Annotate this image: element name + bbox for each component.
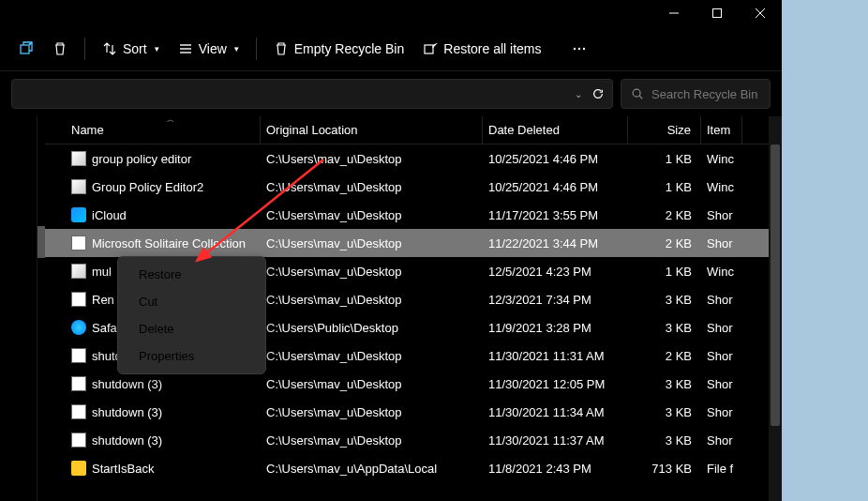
restore-all-button[interactable]: Restore all items	[415, 36, 548, 62]
menu-item-restore[interactable]: Restore	[122, 261, 262, 288]
close-button[interactable]	[739, 0, 782, 26]
toolbar: Sort ▾ View ▾ Empty Recycle Bin Restore …	[0, 26, 782, 71]
address-field[interactable]: ⌄	[11, 79, 613, 109]
table-row[interactable]: shutdown (3)C:\Users\mav_u\Desktop11/30/…	[45, 398, 782, 426]
file-icon	[71, 376, 86, 391]
column-headers: ︿ Name Original Location Date Deleted Si…	[45, 116, 782, 144]
more-button[interactable]	[564, 36, 594, 62]
cell-item: Shor	[701, 293, 742, 307]
cell-date: 11/30/2021 11:34 AM	[483, 405, 628, 419]
cell-date: 10/25/2021 4:46 PM	[483, 152, 628, 166]
cell-location: C:\Users\mav_u\Desktop	[261, 433, 483, 448]
cell-item: Winc	[701, 180, 742, 194]
sort-icon	[102, 41, 117, 56]
cell-name: iCloud	[66, 207, 261, 222]
cell-location: C:\Users\mav_u\Desktop	[261, 180, 483, 194]
svg-line-13	[639, 96, 642, 99]
cell-date: 11/17/2021 3:55 PM	[483, 208, 628, 222]
cell-name: shutdown (3)	[66, 404, 261, 419]
cell-date: 11/30/2021 12:05 PM	[483, 377, 628, 391]
column-header-location[interactable]: Original Location	[261, 116, 483, 144]
file-icon	[71, 151, 86, 166]
separator	[256, 38, 257, 60]
chevron-down-icon: ▾	[234, 44, 239, 53]
separator	[84, 38, 85, 60]
svg-point-12	[633, 89, 640, 97]
table-row[interactable]: group policy editorC:\Users\mav_u\Deskto…	[45, 144, 782, 173]
table-row[interactable]: Microsoft Solitaire CollectionC:\Users\m…	[45, 229, 782, 257]
file-name: mul	[92, 265, 112, 279]
file-name: Microsoft Solitaire Collection	[92, 236, 246, 250]
sort-button[interactable]: Sort ▾	[95, 36, 167, 62]
file-name: Group Policy Editor2	[92, 180, 203, 194]
cell-size: 1 KB	[628, 152, 701, 166]
menu-item-cut[interactable]: Cut	[122, 288, 262, 315]
scrollbar-thumb[interactable]	[771, 144, 780, 426]
maximize-button[interactable]	[696, 0, 739, 26]
column-header-name[interactable]: Name	[66, 116, 261, 144]
table-row[interactable]: Group Policy Editor2C:\Users\mav_u\Deskt…	[45, 173, 782, 201]
refresh-icon[interactable]	[591, 87, 605, 100]
cell-location: C:\Users\mav_u\Desktop	[261, 377, 483, 391]
column-header-date[interactable]: Date Deleted	[483, 116, 628, 144]
cell-name: shutdown (3)	[66, 376, 261, 391]
view-button[interactable]: View ▾	[171, 36, 247, 62]
minimize-button[interactable]	[652, 0, 696, 26]
cell-size: 2 KB	[628, 349, 701, 363]
chevron-down-icon[interactable]: ⌄	[575, 89, 582, 99]
svg-point-10	[577, 47, 579, 49]
titlebar	[0, 0, 782, 26]
sidebar	[0, 116, 37, 501]
cell-location: C:\Users\mav_u\Desktop	[261, 293, 483, 307]
file-icon	[71, 461, 86, 476]
search-placeholder: Search Recycle Bin	[651, 87, 757, 101]
cell-item: Shor	[701, 433, 742, 448]
cell-date: 11/30/2021 11:31 AM	[483, 349, 628, 363]
cell-date: 11/8/2021 2:43 PM	[483, 462, 628, 476]
file-icon	[71, 320, 86, 335]
file-name: iCloud	[92, 208, 127, 222]
share-button[interactable]	[11, 36, 41, 62]
cell-date: 12/5/2021 4:23 PM	[483, 265, 628, 279]
cell-item: Shor	[701, 349, 742, 363]
cell-name: Group Policy Editor2	[66, 179, 261, 194]
vertical-scrollbar[interactable]	[769, 116, 782, 501]
ellipsis-icon	[572, 41, 587, 56]
view-label: View	[199, 41, 227, 56]
cell-size: 3 KB	[628, 405, 701, 419]
scrollbar-thumb[interactable]	[37, 226, 45, 258]
explorer-window: Sort ▾ View ▾ Empty Recycle Bin Restore …	[0, 0, 782, 501]
file-name: shutdown (3)	[92, 377, 162, 391]
sort-label: Sort	[123, 41, 147, 56]
delete-button[interactable]	[45, 36, 75, 62]
table-row[interactable]: iCloudC:\Users\mav_u\Desktop11/17/2021 3…	[45, 201, 782, 229]
svg-rect-8	[425, 45, 433, 53]
file-icon	[71, 264, 86, 279]
menu-item-properties[interactable]: Properties	[122, 342, 262, 370]
cell-location: C:\Users\mav_u\Desktop	[261, 152, 483, 166]
table-row[interactable]: shutdown (3)C:\Users\mav_u\Desktop11/30/…	[45, 426, 782, 454]
cell-name: StartIsBack	[66, 461, 261, 476]
cell-size: 1 KB	[628, 265, 701, 279]
trash-icon	[52, 41, 67, 56]
column-header-size[interactable]: Size	[628, 116, 701, 144]
file-name: group policy editor	[92, 152, 191, 166]
file-icon	[71, 348, 86, 363]
sidebar-scrollbar[interactable]	[37, 116, 45, 501]
empty-label: Empty Recycle Bin	[294, 41, 404, 56]
file-name: StartIsBack	[92, 462, 154, 476]
menu-item-delete[interactable]: Delete	[122, 315, 262, 342]
cell-date: 11/22/2021 3:44 PM	[483, 236, 628, 250]
column-header-item[interactable]: Item	[701, 116, 742, 144]
empty-recycle-bin-button[interactable]: Empty Recycle Bin	[266, 36, 412, 62]
cell-size: 3 KB	[628, 321, 701, 335]
cell-location: C:\Users\Public\Desktop	[261, 321, 483, 335]
cell-size: 1 KB	[628, 180, 701, 194]
cell-date: 11/30/2021 11:37 AM	[483, 433, 628, 448]
svg-rect-1	[713, 9, 722, 18]
file-icon	[71, 404, 86, 419]
cell-size: 3 KB	[628, 377, 701, 391]
cell-item: File f	[701, 462, 742, 476]
search-field[interactable]: Search Recycle Bin	[621, 79, 771, 109]
table-row[interactable]: StartIsBackC:\Users\mav_u\AppData\Local1…	[45, 454, 782, 482]
